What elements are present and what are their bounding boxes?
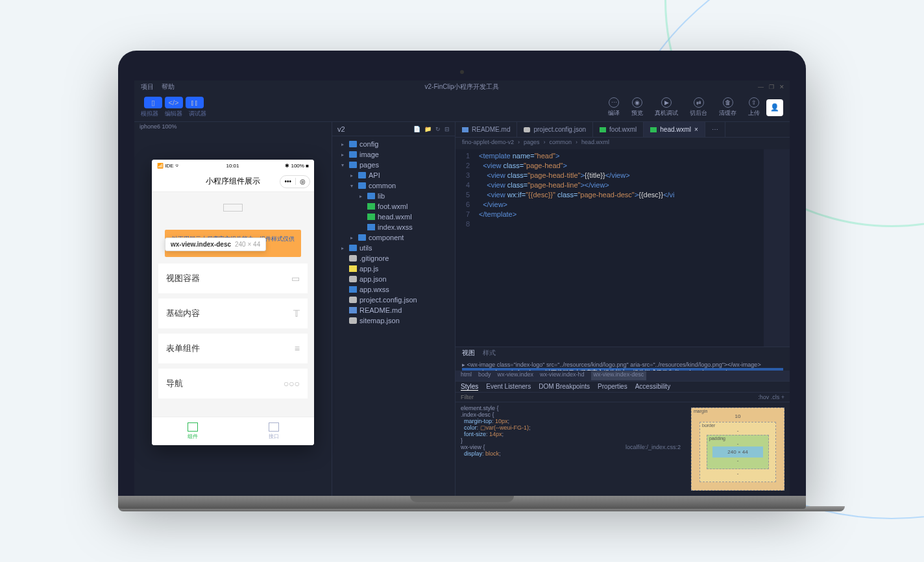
min-icon[interactable]: — <box>758 84 764 90</box>
editor-tab[interactable]: project.config.json <box>517 122 593 137</box>
toolbar-上传[interactable]: ⇧上传 <box>748 97 760 117</box>
code-editor[interactable]: 12345678 <template name="head"> <view cl… <box>456 149 790 347</box>
simulator-toggle[interactable]: ▯ <box>144 97 162 108</box>
new-folder-icon[interactable]: 📁 <box>424 126 432 132</box>
toolbar-真机调试[interactable]: ▶真机调试 <box>655 97 678 117</box>
breadcrumb[interactable]: fino-applet-demo-v2›pages›common›head.wx… <box>456 138 790 149</box>
tree-node[interactable]: sitemap.json <box>332 315 455 326</box>
phone-tab[interactable]: 接口 <box>233 417 314 445</box>
box-model: margin10 border- padding- 240 × 44 - - <box>686 402 790 496</box>
editor-tab[interactable]: head.wxml × <box>644 122 705 137</box>
inspect-tooltip: wx-view.index-desc240 × 44 <box>165 238 266 251</box>
tree-node[interactable]: ▸lib <box>332 191 455 201</box>
devtab-style[interactable]: 样式 <box>483 348 496 358</box>
tree-node[interactable]: app.js <box>332 263 455 274</box>
tree-node[interactable]: ▸component <box>332 232 455 243</box>
file-explorer: v2 📄📁↻⊟ ▸config▸image▾pages▸API▾common▸l… <box>332 122 456 496</box>
toolbar-切后台[interactable]: ⇄切后台 <box>690 97 707 117</box>
window-title: v2-FinClip小程序开发工具 <box>424 82 499 92</box>
laptop-frame: 项目 帮助 v2-FinClip小程序开发工具 — ❐ ✕ ▯ </> ⫿⫿ 模… <box>118 51 806 511</box>
devtools: 视图 样式 ▸ <wx-image class="index-logo" src… <box>456 347 790 496</box>
tree-node[interactable]: ▸image <box>332 149 455 160</box>
max-icon[interactable]: ❐ <box>769 84 774 90</box>
tree-node[interactable]: ▾common <box>332 180 455 191</box>
tabs-overflow-icon[interactable]: ⋯ <box>705 122 725 137</box>
devtools-tab[interactable]: Event Listeners <box>486 383 531 391</box>
titlebar: 项目 帮助 v2-FinClip小程序开发工具 — ❐ ✕ <box>134 80 790 93</box>
tree-node[interactable]: app.wxss <box>332 284 455 295</box>
tree-node[interactable]: index.wxss <box>332 222 455 232</box>
tree-node[interactable]: ▸utils <box>332 243 455 253</box>
logo-placeholder <box>223 204 243 212</box>
app-title: 小程序组件展示 <box>206 176 260 187</box>
tree-node[interactable]: .gitignore <box>332 253 455 263</box>
tree-node[interactable]: ▾pages <box>332 160 455 170</box>
simulator-pane: iphone6 100% 📶 IDE ᯤ 10:01 ✱ 100% ■ 小程序组… <box>134 122 332 496</box>
list-item[interactable]: 基础内容𝕋 <box>158 299 308 328</box>
toolbar-预览[interactable]: ◉预览 <box>631 97 643 117</box>
avatar[interactable]: 👤 <box>766 99 783 116</box>
toolbar: ▯ </> ⫿⫿ 模拟器 编辑器 调试器 ⋯编译◉预览▶真机调试⇄切后台🗑清缓存… <box>134 93 790 122</box>
menu-project[interactable]: 项目 <box>141 82 154 92</box>
devtab-view[interactable]: 视图 <box>462 348 475 358</box>
tree-node[interactable]: README.md <box>332 305 455 315</box>
refresh-icon[interactable]: ↻ <box>435 126 441 132</box>
editor-toggle[interactable]: </> <box>165 97 183 108</box>
devtools-tab[interactable]: Styles <box>461 383 478 391</box>
ide-window: 项目 帮助 v2-FinClip小程序开发工具 — ❐ ✕ ▯ </> ⫿⫿ 模… <box>134 80 790 496</box>
camera-dot <box>460 70 464 74</box>
dom-tree[interactable]: ▸ <wx-image class="index-logo" src="../r… <box>456 359 790 371</box>
toolbar-编译[interactable]: ⋯编译 <box>608 97 620 117</box>
close-icon[interactable]: ✕ <box>779 84 784 90</box>
dom-breadcrumb[interactable]: htmlbodywx-view.indexwx-view.index-hdwx-… <box>456 371 790 381</box>
tree-node[interactable]: project.config.json <box>332 295 455 305</box>
editor-tab[interactable]: README.md <box>456 122 517 137</box>
capsule-button[interactable]: •••◎ <box>280 175 310 188</box>
menu-help[interactable]: 帮助 <box>162 82 175 92</box>
project-root[interactable]: v2 <box>337 125 345 133</box>
editor-tab[interactable]: foot.wxml <box>593 122 644 137</box>
devtools-tab[interactable]: Accessibility <box>635 383 670 391</box>
tree-node[interactable]: head.wxml <box>332 212 455 222</box>
phone-preview: 📶 IDE ᯤ 10:01 ✱ 100% ■ 小程序组件展示 •••◎ wx-v… <box>152 160 314 445</box>
list-item[interactable]: 表单组件≡ <box>158 334 308 363</box>
tree-node[interactable]: ▸API <box>332 170 455 180</box>
editor-pane: README.mdproject.config.jsonfoot.wxmlhea… <box>456 122 790 496</box>
list-item[interactable]: 导航○○○ <box>158 369 308 398</box>
laptop-base <box>118 496 806 509</box>
filter-options[interactable]: :hov .cls + <box>758 394 784 400</box>
minimap[interactable] <box>764 149 790 347</box>
device-label[interactable]: iphone6 100% <box>134 122 332 134</box>
new-file-icon[interactable]: 📄 <box>413 126 420 132</box>
list-item[interactable]: 视图容器▭ <box>158 263 308 293</box>
toolbar-清缓存[interactable]: 🗑清缓存 <box>719 97 736 117</box>
devtools-tab[interactable]: Properties <box>598 383 627 391</box>
collapse-icon[interactable]: ⊟ <box>444 126 450 132</box>
tree-node[interactable]: ▸config <box>332 139 455 149</box>
devtools-tab[interactable]: DOM Breakpoints <box>539 383 590 391</box>
style-rules[interactable]: element.style {.index-desc {</span> marg… <box>456 402 686 496</box>
styles-filter[interactable] <box>461 394 758 400</box>
menu-bar: 项目 帮助 <box>141 82 175 92</box>
tree-node[interactable]: app.json <box>332 274 455 284</box>
tree-node[interactable]: foot.wxml <box>332 201 455 212</box>
phone-tab[interactable]: 组件 <box>152 417 233 445</box>
debugger-toggle[interactable]: ⫿⫿ <box>186 97 204 108</box>
